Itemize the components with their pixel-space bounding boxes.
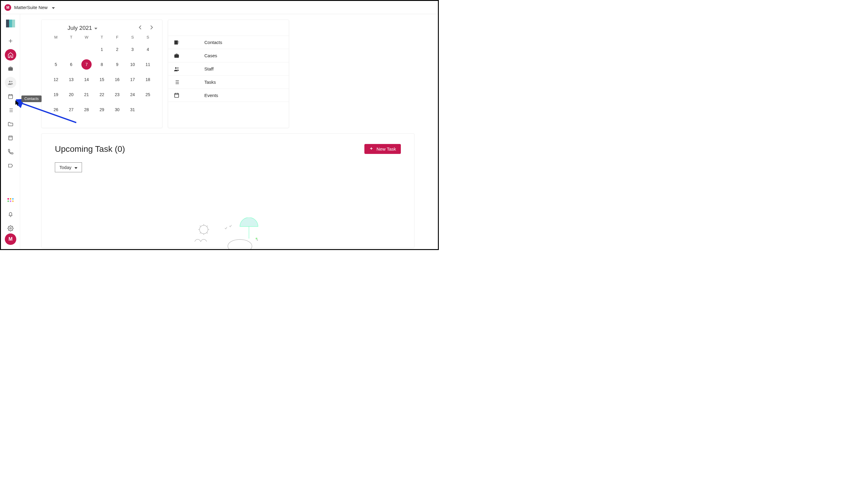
sidebar-item-home[interactable]	[5, 49, 16, 60]
empty-illustration	[189, 217, 267, 249]
svg-point-0	[9, 81, 11, 82]
svg-rect-8	[10, 201, 11, 202]
svg-rect-7	[7, 201, 9, 202]
calendar-day[interactable]: 7	[81, 59, 92, 70]
calendar-day[interactable]: 27	[66, 104, 76, 115]
calendar-dow: S	[140, 35, 155, 39]
quicklink-label: Staff	[204, 66, 214, 71]
calendar-dow: T	[63, 35, 79, 39]
calendar-dow: S	[125, 35, 140, 39]
sidebar-item-cases[interactable]	[5, 63, 16, 74]
sidebar-item-tasks[interactable]	[5, 104, 16, 116]
svg-point-18	[256, 238, 257, 240]
sidebar-item-calendar[interactable]	[5, 91, 16, 102]
calendar-day[interactable]: 11	[143, 59, 153, 70]
svg-point-12	[175, 67, 177, 69]
workspace-title[interactable]: MatterSuite New	[14, 5, 48, 10]
calendar-day[interactable]: 3	[128, 44, 138, 55]
contacts-icon	[173, 39, 184, 45]
svg-point-1	[11, 81, 12, 82]
quicklink-contacts[interactable]: Contacts	[168, 36, 289, 49]
svg-rect-5	[10, 198, 11, 200]
calendar-widget: July 2021 MTWTFSS...12345678910111213141…	[41, 20, 163, 128]
chevron-down-icon	[74, 165, 77, 170]
calendar-dow: T	[94, 35, 110, 39]
calendar-month-dropdown-icon[interactable]	[94, 25, 97, 31]
calendar-day[interactable]: 5	[51, 59, 61, 70]
calendar-day[interactable]: 8	[97, 59, 107, 70]
svg-rect-3	[9, 136, 12, 140]
calendar-dow: W	[79, 35, 94, 39]
calendar-day[interactable]: 17	[128, 74, 138, 84]
quicklinks-widget: ContactsCasesStaffTasksEvents	[168, 20, 289, 128]
calendar-day[interactable]: 12	[51, 74, 61, 84]
calendar-day[interactable]: 4	[143, 44, 153, 55]
quicklink-label: Contacts	[204, 40, 222, 45]
calendar-day[interactable]: 21	[81, 90, 92, 100]
sidebar-item-add[interactable]	[5, 35, 16, 47]
calendar-day[interactable]: 6	[66, 59, 76, 70]
calendar-day[interactable]: 18	[143, 74, 153, 84]
calendar-day[interactable]: 28	[81, 104, 92, 115]
sidebar-item-library[interactable]	[5, 132, 16, 144]
cases-icon	[173, 53, 184, 59]
svg-point-13	[177, 67, 179, 69]
calendar-day[interactable]: 26	[51, 104, 61, 115]
sidebar-item-apps[interactable]	[5, 195, 16, 207]
calendar-month-label[interactable]: July 2021	[68, 25, 92, 31]
calendar-day[interactable]: 23	[112, 90, 122, 100]
quicklink-label: Cases	[204, 53, 217, 58]
calendar-day[interactable]: 19	[51, 90, 61, 100]
user-avatar[interactable]: M	[5, 233, 16, 245]
calendar-day[interactable]: 20	[66, 90, 76, 100]
svg-point-19	[257, 240, 258, 241]
calendar-day[interactable]: 22	[97, 90, 107, 100]
workspace-avatar[interactable]: M	[4, 4, 11, 11]
workspace-dropdown-icon[interactable]	[52, 5, 55, 10]
svg-rect-4	[7, 198, 9, 200]
svg-rect-9	[12, 201, 13, 202]
calendar-day[interactable]: 30	[112, 104, 122, 115]
calendar-day[interactable]: 24	[128, 90, 138, 100]
svg-rect-6	[12, 198, 13, 200]
new-task-label: New Task	[376, 146, 396, 152]
main-content: July 2021 MTWTFSS...12345678910111213141…	[20, 14, 438, 249]
quicklink-label: Events	[204, 93, 218, 98]
sidebar-item-settings[interactable]	[5, 223, 16, 234]
quicklink-tasks[interactable]: Tasks	[168, 75, 289, 89]
new-task-button[interactable]: New Task	[364, 144, 401, 154]
sidebar-item-phone[interactable]	[5, 146, 16, 157]
sidebar-item-contacts[interactable]	[5, 77, 16, 88]
calendar-day[interactable]: 1	[97, 44, 107, 55]
sidebar-item-notifications[interactable]	[5, 209, 16, 220]
staff-icon	[173, 66, 184, 72]
tasks-icon	[173, 79, 184, 85]
calendar-day[interactable]: 29	[97, 104, 107, 115]
sidebar-item-tag[interactable]	[5, 160, 16, 171]
calendar-dow: M	[48, 35, 63, 39]
quicklink-cases[interactable]: Cases	[168, 49, 289, 62]
calendar-day[interactable]: 25	[143, 90, 153, 100]
calendar-day[interactable]: 9	[112, 59, 122, 70]
calendar-day[interactable]: 15	[97, 74, 107, 84]
topbar: M MatterSuite New	[1, 1, 438, 14]
svg-rect-2	[8, 95, 12, 98]
tasks-widget: Upcoming Task (0) New Task Today	[41, 133, 414, 248]
tasks-title: Upcoming Task (0)	[55, 144, 125, 154]
quicklink-staff[interactable]: Staff	[168, 62, 289, 75]
calendar-day[interactable]: 16	[112, 74, 122, 84]
calendar-day[interactable]: 2	[112, 44, 122, 55]
calendar-day[interactable]: 14	[81, 74, 92, 84]
quicklink-events[interactable]: Events	[168, 89, 289, 102]
calendar-day[interactable]: 10	[128, 59, 138, 70]
calendar-day[interactable]: 31	[128, 104, 138, 115]
calendar-day[interactable]: 13	[66, 74, 76, 84]
sidebar-item-folder[interactable]	[5, 118, 16, 130]
calendar-prev-icon[interactable]	[136, 24, 144, 32]
svg-point-10	[10, 228, 11, 229]
tooltip-contacts: Contacts	[21, 95, 42, 102]
calendar-dow: F	[109, 35, 125, 39]
quicklink-label: Tasks	[204, 79, 216, 84]
calendar-next-icon[interactable]	[148, 24, 155, 32]
task-filter-dropdown[interactable]: Today	[55, 163, 82, 172]
